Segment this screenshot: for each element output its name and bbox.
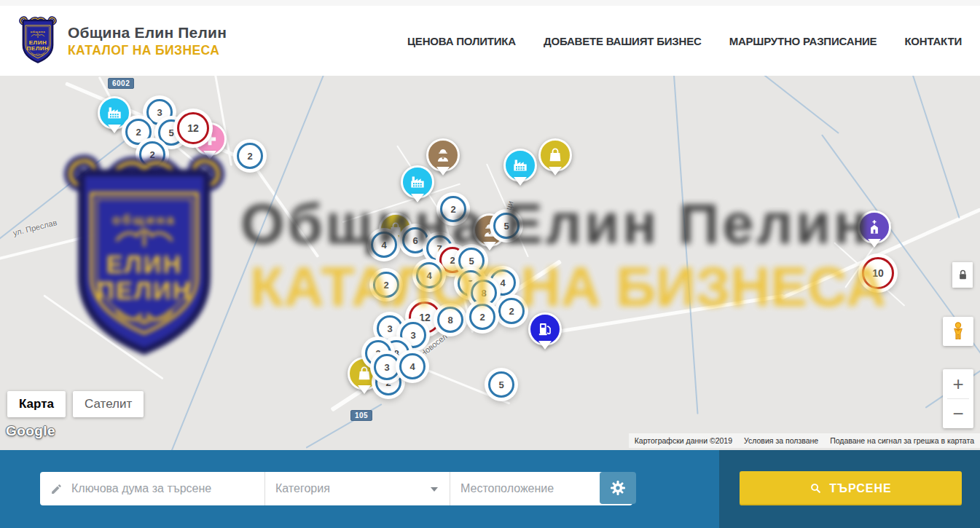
pegman-icon <box>949 320 968 342</box>
cluster-marker[interactable]: 5 <box>493 213 520 239</box>
svg-text:община: община <box>31 30 45 34</box>
nav-route-schedule[interactable]: МАРШРУТНО РАЗПИСАНИЕ <box>729 35 877 47</box>
municipal-crest-logo: община ЕЛИН ПЕЛИН <box>18 16 58 66</box>
advanced-search-button[interactable] <box>600 472 636 504</box>
search-band: Категория Местоположение ТЪРСЕНЕ <box>0 450 980 528</box>
cluster-marker[interactable]: 5 <box>488 371 514 398</box>
site-subtitle: КАТАЛОГ НА БИЗНЕСА <box>68 43 227 58</box>
map-type-satellite-button[interactable]: Сателит <box>73 391 144 417</box>
google-logo[interactable]: Google <box>6 423 55 439</box>
factory-icon <box>511 156 530 175</box>
map-attribution: Картографски данни ©2019 Условия за полз… <box>629 433 980 448</box>
lock-button[interactable] <box>952 262 973 288</box>
pin-bag-marker[interactable] <box>538 138 572 172</box>
site-brand[interactable]: община ЕЛИН ПЕЛИН Община Елин Пелин КАТА… <box>18 16 227 66</box>
gear-icon <box>609 479 627 497</box>
keyword-search-input[interactable] <box>70 481 256 496</box>
zoom-control: + − <box>943 369 973 428</box>
worker-icon <box>434 146 452 165</box>
map-canvas[interactable]: ул. Преславбул. „Новоселци6002105 <box>0 76 980 450</box>
map-copyright: Картографски данни ©2019 <box>635 436 732 445</box>
map-markers-layer: 3251222254672542748212823383234510 <box>0 76 980 450</box>
cluster-marker[interactable]: 2 <box>139 141 165 168</box>
pegman-button[interactable] <box>943 317 973 346</box>
cluster-marker[interactable]: 8 <box>437 307 463 333</box>
factory-icon <box>105 103 124 122</box>
lock-icon <box>957 269 968 281</box>
site-title: Община Елин Пелин <box>68 24 227 42</box>
cluster-marker[interactable]: 6 <box>402 227 428 253</box>
zoom-out-button[interactable]: − <box>943 399 973 428</box>
shopping-bag-icon <box>546 146 565 165</box>
map-type-control: Карта Сателит <box>7 391 144 417</box>
chevron-down-icon <box>431 487 438 492</box>
pin-factory-marker[interactable] <box>503 149 537 182</box>
nav-pricing-policy[interactable]: ЦЕНОВА ПОЛИТИКА <box>407 35 516 47</box>
church-icon <box>865 218 884 237</box>
cluster-marker[interactable]: 10 <box>862 257 894 289</box>
cluster-marker[interactable]: 2 <box>440 196 466 222</box>
zoom-in-button[interactable]: + <box>943 369 973 398</box>
svg-text:ПЕЛИН: ПЕЛИН <box>27 45 50 52</box>
cluster-marker[interactable]: 2 <box>498 298 525 324</box>
cluster-marker[interactable]: 8 <box>471 280 497 306</box>
cluster-marker[interactable]: 2 <box>125 119 152 145</box>
cluster-marker[interactable]: 4 <box>371 232 397 258</box>
nav-add-your-business[interactable]: ДОБАВЕТЕ ВАШИЯТ БИЗНЕС <box>544 35 702 47</box>
main-nav: ЦЕНОВА ПОЛИТИКА ДОБАВЕТЕ ВАШИЯТ БИЗНЕС М… <box>407 35 962 47</box>
search-form: Категория Местоположение <box>40 472 632 505</box>
category-select[interactable]: Категория <box>264 472 450 505</box>
pin-factory-marker[interactable] <box>401 165 434 199</box>
keyword-section <box>40 472 264 505</box>
shopping-bag-icon <box>355 364 374 383</box>
cluster-marker[interactable]: 2 <box>469 304 495 330</box>
cluster-marker[interactable]: 3 <box>374 354 400 380</box>
search-submit-label: ТЪРСЕНЕ <box>829 482 891 495</box>
municipal-crest: община ЕЛИН ПЕЛИН <box>18 16 58 66</box>
report-map-error-link[interactable]: Подаване на сигнал за грешка в картата <box>830 436 974 445</box>
map-type-map-button[interactable]: Карта <box>7 391 66 417</box>
pin-fuel-marker[interactable] <box>528 312 562 346</box>
brand-text: Община Елин Пелин КАТАЛОГ НА БИЗНЕСА <box>68 24 227 58</box>
search-submit-button[interactable]: ТЪРСЕНЕ <box>740 471 962 505</box>
location-select-label: Местоположение <box>460 482 554 495</box>
svg-text:ЕЛИН: ЕЛИН <box>29 39 47 46</box>
site-header: община ЕЛИН ПЕЛИН Община Елин Пелин КАТА… <box>0 6 980 76</box>
cluster-marker[interactable]: 3 <box>377 315 403 342</box>
cluster-marker[interactable]: 4 <box>416 262 442 288</box>
nav-contacts[interactable]: КОНТАКТИ <box>904 35 962 47</box>
cluster-marker[interactable]: 12 <box>177 112 209 144</box>
pin-church-marker[interactable] <box>858 210 891 244</box>
pin-factory-marker[interactable] <box>98 96 131 130</box>
category-select-label: Категория <box>275 482 330 495</box>
pencil-icon <box>50 483 63 495</box>
fuel-pump-icon <box>536 320 554 339</box>
factory-icon <box>408 173 427 192</box>
page-top-strip <box>0 0 980 6</box>
terms-of-use-link[interactable]: Условия за ползване <box>744 436 818 445</box>
pin-worker-marker[interactable] <box>426 138 460 172</box>
cluster-marker[interactable]: 4 <box>399 353 426 379</box>
search-icon <box>810 482 822 494</box>
cluster-marker[interactable]: 2 <box>237 143 263 169</box>
cluster-marker[interactable]: 2 <box>373 272 399 298</box>
